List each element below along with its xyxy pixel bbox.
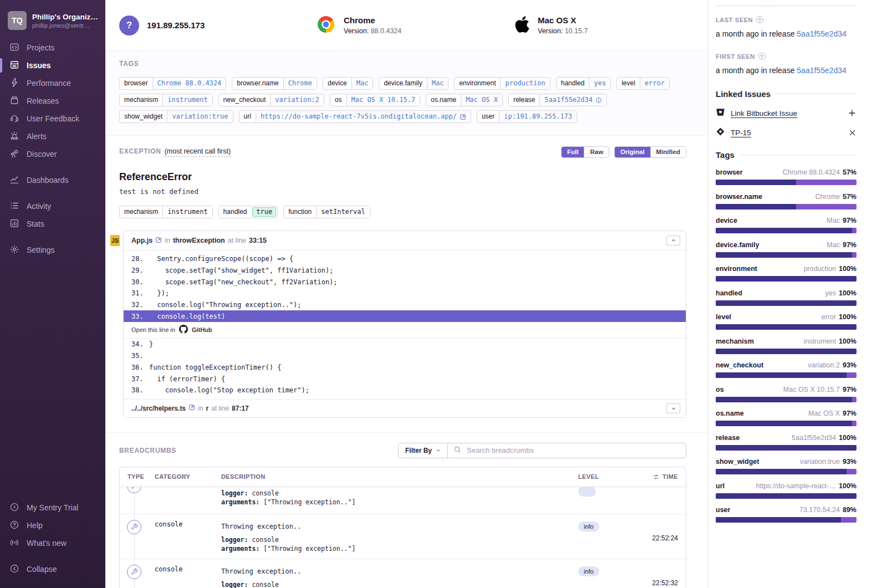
tag-pill[interactable]: device Mac [323, 77, 373, 90]
plus-icon[interactable] [848, 109, 857, 117]
chrome-icon [316, 14, 336, 36]
sidebar-item-stats[interactable]: Stats [0, 215, 105, 233]
tag-stat-name: level [716, 313, 731, 321]
next-frame-header[interactable]: ../../src/helpers.ts in r at line 87:17 [124, 399, 686, 417]
tag-distribution-row[interactable]: os Mac OS X 10.15.797% [716, 386, 857, 402]
tag-distribution-bar [716, 372, 857, 378]
sidebar-collapse-button[interactable]: Collapse [0, 560, 105, 578]
tag-pill[interactable]: level error [616, 77, 670, 90]
tag-value-link[interactable]: variation:2 [270, 94, 323, 106]
sidebar-item-dashboards[interactable]: Dashboards [0, 171, 105, 189]
release-link[interactable]: 5aa1f55e2d34 [797, 29, 847, 38]
main-content: ? 191.89.255.173 Chrome Version: 88.0.43… [105, 0, 708, 588]
tag-value-link[interactable]: Chrome [283, 78, 317, 89]
tag-distribution-row[interactable]: device Mac97% [716, 217, 857, 233]
tag-pill[interactable]: handled yes [556, 77, 611, 90]
tag-pill[interactable]: environment production [454, 77, 550, 90]
source-toggle-button[interactable]: Minified [651, 147, 686, 157]
last-seen-label: LAST SEEN [716, 17, 753, 23]
tag-value-link[interactable]: Mac [427, 78, 448, 89]
tag-value-text: error [645, 79, 665, 88]
collapse-frame-button[interactable] [666, 236, 680, 246]
view-toggle-button[interactable]: Raw [584, 147, 609, 157]
tag-value-link[interactable]: Mac OS X 10.15.7 [346, 94, 420, 106]
tag-distribution-row[interactable]: user 73.170.54.2489% [716, 506, 857, 523]
tag-distribution-fill [716, 421, 852, 426]
source-toggle-button[interactable]: Original [615, 147, 650, 157]
close-icon[interactable] [848, 129, 857, 137]
tag-value-link[interactable]: ip:191.89.255.173 [499, 111, 577, 122]
column-time-sort[interactable]: TIME [631, 473, 678, 480]
breadcrumb-row: console Throwing exception.. logger: con… [120, 559, 686, 588]
tag-distribution-row[interactable]: mechanism instrument100% [716, 338, 857, 354]
chevron-down-icon [436, 448, 441, 453]
question-circle-icon[interactable]: ? [756, 16, 763, 23]
issues-icon [9, 60, 19, 71]
tag-value-link[interactable]: Mac OS X [461, 94, 502, 106]
tag-pill[interactable]: browser.name Chrome [232, 77, 317, 90]
jira-issue-link[interactable]: TP-15 [731, 129, 751, 137]
sidebar-item-trial[interactable]: My Sentry Trial [0, 499, 105, 517]
search-breadcrumbs-input[interactable] [466, 446, 680, 455]
tag-distribution-row[interactable]: show_widget variation:true93% [716, 458, 857, 474]
expand-frame-button[interactable] [666, 403, 680, 413]
tag-value-link[interactable]: 5aa1f55e2d34 [539, 94, 606, 106]
tag-value-link[interactable]: Chrome 88.0.4324 [152, 78, 226, 89]
sidebar-item-activity[interactable]: Activity [0, 197, 105, 215]
tag-pill[interactable]: os Mac OS X 10.15.7 [330, 94, 420, 106]
tag-value-link[interactable]: error [640, 78, 669, 89]
tag-value-link[interactable]: variation:true [167, 111, 232, 122]
tag-value-link[interactable]: https://do-sample-react-7v5is.ondigitalo… [256, 111, 471, 122]
tag-value-link[interactable]: Mac [351, 78, 373, 89]
external-link-icon[interactable] [188, 404, 195, 412]
tag-pill[interactable]: release 5aa1f55e2d34 [508, 94, 607, 106]
tag-key: browser [120, 78, 152, 89]
tag-pill[interactable]: device.family Mac [379, 77, 448, 90]
tag-pill[interactable]: user ip:191.89.255.173 [477, 110, 577, 123]
filter-by-dropdown[interactable]: Filter By [399, 443, 448, 458]
tag-value-link[interactable]: production [500, 78, 549, 89]
tag-value-text: ip:191.89.255.173 [504, 113, 572, 121]
tag-distribution-row[interactable]: browser.name Chrome57% [716, 193, 857, 209]
frame-header[interactable]: App.js in throwException at line 33:15 [124, 231, 686, 250]
tag-distribution-row[interactable]: new_checkout variation:293% [716, 361, 857, 378]
tag-pill[interactable]: mechanism instrument [119, 94, 213, 106]
sidebar-item-projects[interactable]: Projects [0, 39, 105, 57]
tag-pill[interactable]: url https://do-sample-react-7v5is.ondigi… [239, 110, 471, 123]
link-bitbucket-issue-link[interactable]: Link Bitbucket Issue [731, 109, 797, 117]
release-link[interactable]: 5aa1f55e2d34 [797, 66, 847, 75]
tag-value-link[interactable]: instrument [162, 94, 212, 106]
external-link-icon[interactable] [460, 114, 466, 120]
tag-distribution-row[interactable]: browser Chrome 88.0.432457% [716, 168, 857, 185]
tag-value-link[interactable]: yes [589, 78, 610, 89]
sidebar-item-performance[interactable]: Performance [0, 74, 105, 92]
tag-pill[interactable]: show_widget variation:true [119, 110, 233, 123]
tag-pill[interactable]: browser Chrome 88.0.4324 [119, 77, 226, 90]
sidebar-item-user-feedback[interactable]: User Feedback [0, 110, 105, 127]
sidebar-item-whats-new[interactable]: What's new [0, 534, 105, 552]
tag-distribution-row[interactable]: level error100% [716, 313, 857, 330]
frame-file: ../../src/helpers.ts [131, 405, 186, 412]
tag-distribution-row[interactable]: handled yes100% [716, 289, 857, 306]
info-icon [595, 97, 602, 104]
sidebar-item-alerts[interactable]: Alerts [0, 127, 105, 145]
tag-key: user [477, 111, 499, 122]
tag-distribution-row[interactable]: environment production100% [716, 265, 857, 282]
sidebar-item-settings[interactable]: Settings [0, 241, 105, 259]
tag-distribution-row[interactable]: device.family Mac97% [716, 241, 857, 258]
open-in-github-row[interactable]: Open this line in GitHub [124, 322, 686, 339]
sidebar-item-issues[interactable]: Issues [0, 57, 105, 74]
sidebar-item-discover[interactable]: Discover [0, 145, 105, 163]
tag-distribution-bar [716, 517, 857, 523]
external-link-icon[interactable] [155, 237, 162, 245]
tag-distribution-row[interactable]: release 5aa1f55e2d34100% [716, 434, 857, 451]
tag-distribution-row[interactable]: os.name Mac OS X97% [716, 410, 857, 426]
sidebar-item-help[interactable]: Help [0, 517, 105, 534]
question-circle-icon[interactable]: ? [758, 53, 766, 60]
tag-pill[interactable]: os.name Mac OS X [426, 94, 503, 106]
tag-pill[interactable]: new_checkout variation:2 [218, 94, 324, 106]
tag-distribution-row[interactable]: url https://do-sample-react-…100% [716, 482, 857, 499]
org-switcher[interactable]: TQ Phillip's Organiz… phillip.jones@sent… [0, 8, 105, 39]
view-toggle-button[interactable]: Full [562, 147, 584, 157]
sidebar-item-releases[interactable]: Releases [0, 92, 105, 110]
